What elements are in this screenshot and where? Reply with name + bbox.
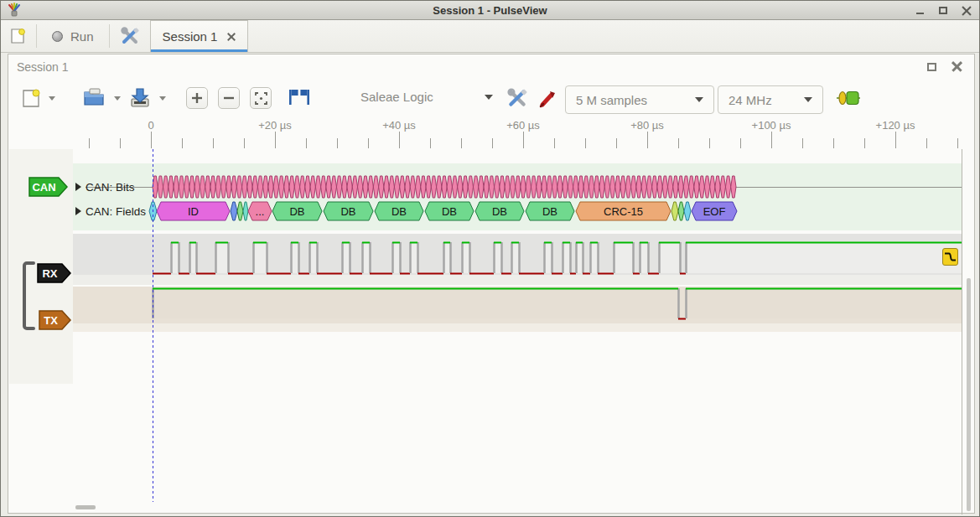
- ruler-time-label: +120 µs: [876, 119, 915, 132]
- toolbar-separator: [109, 24, 110, 48]
- trace-area-right-border: [962, 149, 962, 514]
- sample-count-value: 5 M samples: [576, 93, 647, 107]
- plus-icon: [191, 92, 203, 104]
- new-file-dropdown-icon[interactable]: [49, 96, 55, 101]
- trace-label-margin: [9, 149, 73, 384]
- ruler-time-label: +60 µs: [506, 119, 540, 132]
- sample-count-select[interactable]: 5 M samples: [565, 85, 714, 114]
- can-decoder-row[interactable]: [73, 163, 962, 230]
- decoder-icon: [836, 90, 861, 106]
- falling-edge-icon: [944, 251, 957, 263]
- flags-icon: [288, 89, 311, 107]
- new-file-icon: [22, 88, 40, 108]
- minus-icon: [223, 92, 235, 104]
- sample-rate-dropdown-icon: [804, 97, 812, 102]
- minimize-button[interactable]: [914, 5, 926, 17]
- tx-row-lower-strip: [73, 323, 962, 332]
- probe-icon: [538, 88, 558, 108]
- new-session-icon: [9, 28, 26, 44]
- tab-close-icon[interactable]: [227, 33, 236, 41]
- ruler-time-label: +80 µs: [630, 119, 664, 132]
- sample-rate-value: 24 MHz: [729, 93, 772, 107]
- close-icon: [962, 6, 972, 16]
- tab-session-1[interactable]: Session 1: [150, 20, 249, 52]
- titlebar[interactable]: Session 1 - PulseView: [1, 1, 979, 20]
- device-dropdown-icon[interactable]: [485, 95, 493, 100]
- pulseview-window: Session 1 - PulseView Run: [0, 0, 980, 517]
- save-icon: [129, 86, 151, 108]
- run-button-label: Run: [70, 29, 94, 44]
- panel-maximize-icon[interactable]: [927, 63, 936, 71]
- save-button[interactable]: [127, 85, 153, 109]
- add-decoder-button[interactable]: [835, 89, 862, 107]
- window-title: Session 1 - PulseView: [1, 4, 979, 17]
- new-session-button[interactable]: [1, 20, 34, 52]
- close-button[interactable]: [961, 5, 972, 17]
- open-folder-icon: [83, 87, 106, 107]
- ruler-time-label: +20 µs: [258, 119, 292, 132]
- zoom-fit-button[interactable]: [250, 87, 272, 109]
- ruler-time-label: +40 µs: [382, 119, 416, 132]
- minimize-icon: [916, 13, 924, 14]
- trigger-flags-button[interactable]: [287, 87, 312, 109]
- panel-close-icon[interactable]: [951, 61, 962, 72]
- rx-row-lower-strip: [73, 275, 962, 285]
- zoom-fit-icon: [255, 92, 267, 105]
- channels-probe-button[interactable]: [537, 86, 560, 110]
- tab-label: Session 1: [163, 29, 218, 44]
- can-fields-row-label[interactable]: CAN: Fields: [86, 205, 146, 218]
- time-ruler[interactable]: 0+20 µs+40 µs+60 µs+80 µs+100 µs+120 µs: [8, 119, 974, 132]
- save-dropdown-icon[interactable]: [159, 96, 166, 101]
- session-toolbar: Saleae Logic 5 M samples: [8, 78, 974, 116]
- sample-count-dropdown-icon: [695, 97, 703, 102]
- device-selector-label: Saleae Logic: [360, 90, 433, 104]
- can-bits-row-label[interactable]: CAN: Bits: [86, 181, 135, 194]
- main-toolbar: Run Session 1: [1, 20, 979, 53]
- toolbar-separator: [36, 24, 37, 48]
- maximize-icon: [939, 7, 947, 14]
- falling-edge-trigger-badge[interactable]: [942, 248, 958, 266]
- ruler-time-label: +100 µs: [752, 119, 791, 132]
- run-button[interactable]: Run: [39, 20, 107, 52]
- tools-icon: [120, 26, 140, 46]
- session-panel: Session 1: [8, 54, 975, 514]
- panel-title: Session 1: [17, 60, 68, 74]
- vertical-scrollbar[interactable]: [967, 278, 971, 511]
- tools-icon: [506, 87, 528, 109]
- run-led-icon: [52, 31, 63, 42]
- horizontal-scrollbar[interactable]: [75, 505, 96, 509]
- device-selector[interactable]: Saleae Logic: [360, 90, 433, 104]
- zoom-in-button[interactable]: [186, 87, 208, 109]
- sample-rate-select[interactable]: 24 MHz: [718, 85, 823, 114]
- ruler-time-label: 0: [148, 119, 153, 132]
- open-button[interactable]: [82, 85, 107, 109]
- new-file-button[interactable]: [20, 87, 42, 109]
- settings-button[interactable]: [111, 20, 148, 52]
- rx-trace-row[interactable]: [73, 234, 962, 275]
- device-config-button[interactable]: [505, 86, 530, 110]
- maximize-button[interactable]: [937, 5, 949, 17]
- open-dropdown-icon[interactable]: [114, 96, 121, 101]
- pulseview-logo-icon: [7, 3, 22, 18]
- zoom-out-button[interactable]: [218, 87, 240, 109]
- tx-trace-row[interactable]: [73, 287, 962, 323]
